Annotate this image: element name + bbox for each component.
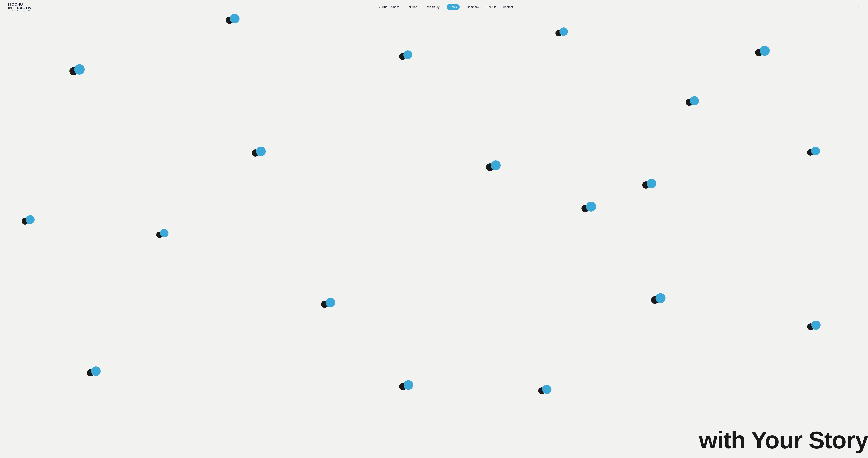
dot-pair-19 bbox=[538, 385, 554, 398]
dot-blue bbox=[326, 298, 335, 307]
dot-blue bbox=[559, 27, 568, 36]
nav-item-contact[interactable]: Contact bbox=[503, 5, 513, 9]
dot-black bbox=[538, 387, 545, 394]
dot-pair-11 bbox=[686, 96, 702, 109]
nav-link-company[interactable]: Company bbox=[467, 5, 479, 9]
dot-blue bbox=[74, 64, 85, 75]
dot-pair-3 bbox=[399, 51, 415, 63]
dot-pair-15 bbox=[651, 293, 669, 307]
dot-pair-4 bbox=[555, 27, 571, 40]
dot-black bbox=[555, 30, 562, 36]
dot-pair-13 bbox=[642, 178, 659, 192]
dot-black bbox=[642, 182, 650, 189]
nav-item-news[interactable]: News bbox=[447, 5, 460, 9]
dot-blue bbox=[160, 229, 168, 237]
nav-link-case-study[interactable]: Case Study bbox=[424, 5, 439, 9]
dot-pair-1 bbox=[69, 64, 88, 78]
dot-black bbox=[686, 99, 692, 106]
dot-blue bbox=[690, 96, 699, 105]
dot-black bbox=[755, 49, 763, 56]
dot-pair-5 bbox=[252, 146, 269, 160]
dot-black bbox=[87, 369, 94, 377]
dot-pair-17 bbox=[87, 366, 104, 380]
dot-black bbox=[582, 205, 589, 212]
dot-black bbox=[651, 296, 659, 304]
dot-blue bbox=[811, 321, 820, 330]
dot-blue bbox=[586, 202, 596, 211]
dot-black bbox=[156, 232, 163, 238]
dropdown-chevron-icon: ⌄ bbox=[379, 5, 381, 9]
dot-pair-16 bbox=[807, 321, 824, 334]
dot-black bbox=[399, 53, 406, 60]
dot-blue bbox=[542, 385, 552, 394]
dot-blue bbox=[404, 380, 413, 390]
dot-pair-12 bbox=[755, 46, 773, 60]
nav-item-recruit[interactable]: Recruit bbox=[487, 5, 496, 9]
dot-pair-14 bbox=[807, 146, 823, 159]
logo-line2: INTERACTIVE bbox=[8, 6, 34, 10]
dot-pair-18 bbox=[399, 380, 416, 394]
dot-black bbox=[252, 150, 259, 157]
nav-link-recruit[interactable]: Recruit bbox=[487, 5, 496, 9]
dot-blue bbox=[91, 366, 101, 376]
dot-black bbox=[807, 323, 814, 330]
dot-blue bbox=[760, 46, 770, 56]
dot-black bbox=[321, 301, 328, 308]
dot-animation-container bbox=[0, 0, 868, 458]
dot-black bbox=[807, 149, 813, 156]
nav-link-our-business[interactable]: ⌄ Our Business bbox=[379, 5, 399, 9]
logo-tagline: Marketing & Technology for All bbox=[8, 10, 34, 11]
dot-blue bbox=[26, 215, 35, 224]
dot-pair-6 bbox=[486, 160, 504, 174]
main-nav: ITOCHU INTERACTIVE Marketing & Technolog… bbox=[0, 0, 868, 14]
nav-link-news[interactable]: News bbox=[447, 4, 460, 10]
dot-black bbox=[69, 67, 78, 75]
logo[interactable]: ITOCHU INTERACTIVE Marketing & Technolog… bbox=[8, 3, 34, 11]
dot-blue bbox=[655, 293, 665, 303]
dot-blue bbox=[256, 146, 266, 156]
dot-black bbox=[226, 17, 233, 24]
dot-pair-10 bbox=[582, 202, 599, 216]
nav-item-case-study[interactable]: Case Study bbox=[424, 5, 439, 9]
logo-line1: ITOCHU bbox=[8, 3, 34, 6]
dot-blue bbox=[230, 14, 240, 23]
hero-text: with Your Story bbox=[699, 428, 868, 452]
nav-item-company[interactable]: Company bbox=[467, 5, 479, 9]
dot-black bbox=[399, 383, 406, 390]
dot-pair-9 bbox=[321, 298, 338, 312]
dot-black bbox=[22, 218, 28, 225]
dot-pair-8 bbox=[156, 229, 172, 241]
nav-item-solution[interactable]: Solution bbox=[407, 5, 417, 9]
dot-pair-2 bbox=[226, 14, 243, 27]
dot-black bbox=[486, 163, 494, 171]
nav-link-contact[interactable]: Contact bbox=[503, 5, 513, 9]
dot-blue bbox=[403, 51, 412, 59]
nav-link-solution[interactable]: Solution bbox=[407, 5, 417, 9]
dot-blue bbox=[647, 178, 656, 188]
dot-blue bbox=[811, 146, 820, 155]
dot-pair-7 bbox=[22, 215, 38, 228]
plus-icon[interactable]: + bbox=[858, 4, 860, 10]
dot-blue bbox=[491, 160, 501, 170]
nav-item-our-business[interactable]: ⌄ Our Business bbox=[379, 5, 399, 9]
nav-links: ⌄ Our Business Solution Case Study News … bbox=[379, 5, 513, 9]
